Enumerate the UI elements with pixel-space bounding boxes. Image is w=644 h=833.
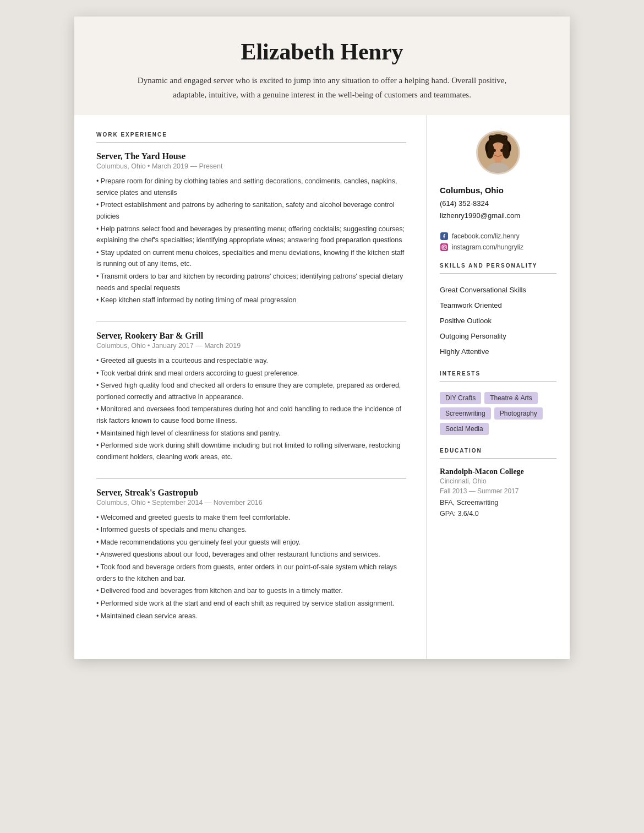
svg-point-13 [445, 245, 446, 246]
edu-gpa: GPA: 3.6/4.0 [440, 508, 556, 519]
interest-4: Photography [494, 407, 543, 420]
edu-school: Randolph-Macon College [440, 467, 556, 476]
contact-info: Columbus, Ohio (614) 352-8324 lizhenry19… [440, 183, 556, 222]
avatar-wrap [440, 130, 556, 175]
social-facebook-row: facebook.com/liz.henry [440, 232, 556, 241]
edu-city: Cincinnati, Ohio [440, 477, 556, 485]
job-1-bullets: • Prepare room for dining by clothing ta… [96, 176, 406, 306]
job-2-bullet-2: • Took verbal drink and meal orders acco… [96, 368, 406, 379]
skills-section: SKILLS AND PERSONALITY Great Conversatio… [440, 263, 556, 360]
contact-email: lizhenry1990@gmail.com [440, 210, 556, 222]
job-2-bullet-1: • Greeted all guests in a courteous and … [96, 355, 406, 367]
job-2: Server, Rookery Bar & Grill Columbus, Oh… [96, 331, 406, 463]
facebook-icon [440, 232, 449, 241]
social-instagram-row: instagram.com/hungryliz [440, 243, 556, 252]
job-2-bullet-4: • Monitored and oversees food temperatur… [96, 404, 406, 426]
svg-point-7 [493, 149, 496, 153]
interests-divider [440, 381, 556, 382]
job-1-bullet-3: • Help patrons select food and beverages… [96, 224, 406, 246]
job-2-bullet-5: • Maintained high level of cleanliness f… [96, 428, 406, 439]
job-1-meta: Columbus, Ohio • March 2019 — Present [96, 162, 406, 170]
svg-point-8 [500, 149, 503, 153]
job-2-title: Server, Rookery Bar & Grill [96, 331, 406, 341]
edu-degree: BFA, Screenwriting [440, 497, 556, 508]
side-column: Columbus, Ohio (614) 352-8324 lizhenry19… [427, 115, 570, 659]
svg-rect-10 [440, 243, 448, 251]
facebook-link: facebook.com/liz.henry [452, 232, 520, 240]
job-1-bullet-5: • Transmit orders to bar and kitchen by … [96, 271, 406, 293]
job-3-bullet-4: • Answered questions about our food, bev… [96, 549, 406, 560]
job-2-meta: Columbus, Ohio • January 2017 — March 20… [96, 342, 406, 350]
skill-3: Positive Outlook [440, 313, 556, 329]
interest-5: Social Media [440, 423, 489, 435]
contact-phone: (614) 352-8324 [440, 198, 556, 210]
job-2-bullet-6: • Performed side work during shift downt… [96, 440, 406, 462]
skills-divider [440, 273, 556, 274]
job-3-bullet-1: • Welcomed and greeted guests to make th… [96, 512, 406, 524]
job-1-bullet-4: • Stay updated on current menu choices, … [96, 247, 406, 270]
education-divider [440, 458, 556, 459]
job-1-title: Server, The Yard House [96, 151, 406, 161]
work-experience-label: WORK EXPERIENCE [96, 132, 406, 138]
job-3-bullet-2: • Informed guests of specials and menu c… [96, 524, 406, 536]
job-1: Server, The Yard House Columbus, Ohio • … [96, 151, 406, 306]
contact-city: Columbus, Ohio [440, 183, 556, 198]
job-3-title: Server, Streak's Gastropub [96, 488, 406, 498]
job-3-bullet-6: • Delivered food and beverages from kitc… [96, 585, 406, 597]
candidate-summary: Dynamic and engaged server who is excite… [129, 74, 515, 102]
education-section: EDUCATION Randolph-Macon College Cincinn… [440, 448, 556, 519]
job-3-bullet-7: • Performed side work at the start and e… [96, 598, 406, 609]
interests-label: INTERESTS [440, 371, 556, 377]
resume-document: Elizabeth Henry Dynamic and engaged serv… [74, 17, 570, 659]
body-section: WORK EXPERIENCE Server, The Yard House C… [74, 115, 570, 659]
interest-3: Screenwriting [440, 407, 491, 420]
work-divider [96, 142, 406, 143]
avatar [476, 130, 520, 175]
job-2-bullets: • Greeted all guests in a courteous and … [96, 355, 406, 463]
job-1-bullet-6: • Keep kitchen staff informed by noting … [96, 295, 406, 306]
interest-2: Theatre & Arts [484, 392, 538, 404]
education-label: EDUCATION [440, 448, 556, 454]
header-section: Elizabeth Henry Dynamic and engaged serv… [74, 17, 570, 115]
skill-1: Great Conversational Skills [440, 282, 556, 298]
instagram-icon [440, 243, 449, 252]
job-2-bullet-3: • Served high quality food and checked a… [96, 380, 406, 402]
job-3-meta: Columbus, Ohio • September 2014 — Novemb… [96, 499, 406, 507]
skill-2: Teamwork Oriented [440, 298, 556, 313]
edu-dates: Fall 2013 — Summer 2017 [440, 487, 556, 495]
instagram-link: instagram.com/hungryliz [452, 243, 523, 251]
job-1-bullet-2: • Protect establishment and patrons by a… [96, 199, 406, 222]
skill-4: Outgoing Personality [440, 329, 556, 344]
job-1-bullet-1: • Prepare room for dining by clothing ta… [96, 176, 406, 198]
job-divider-1 [96, 322, 406, 322]
skill-5: Highly Attentive [440, 344, 556, 360]
main-column: WORK EXPERIENCE Server, The Yard House C… [74, 115, 427, 659]
job-3-bullet-8: • Maintained clean service areas. [96, 611, 406, 622]
candidate-name: Elizabeth Henry [107, 39, 537, 65]
interest-1: DIY Crafts [440, 392, 481, 404]
job-3-bullet-3: • Made recommendations you genuinely fee… [96, 537, 406, 548]
job-3-bullets: • Welcomed and greeted guests to make th… [96, 512, 406, 622]
job-3-bullet-5: • Took food and beverage orders from gue… [96, 562, 406, 584]
job-3: Server, Streak's Gastropub Columbus, Ohi… [96, 488, 406, 622]
skills-label: SKILLS AND PERSONALITY [440, 263, 556, 269]
job-divider-2 [96, 478, 406, 479]
interests-section: INTERESTS DIY Crafts Theatre & Arts Scre… [440, 371, 556, 437]
